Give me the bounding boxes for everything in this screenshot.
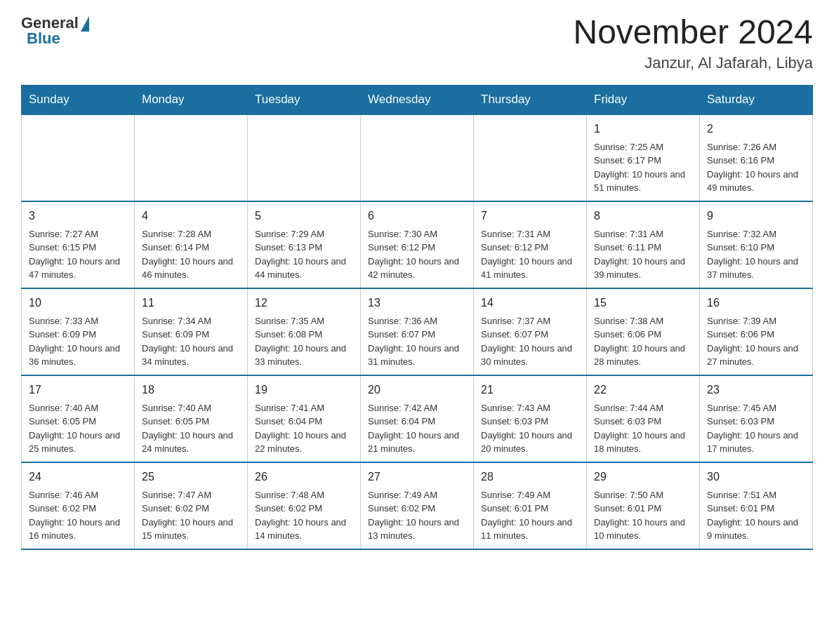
calendar-cell [361, 114, 474, 201]
sunset-text: Sunset: 6:01 PM [594, 502, 692, 516]
calendar-cell: 24Sunrise: 7:46 AMSunset: 6:02 PMDayligh… [22, 462, 135, 549]
page-header: General Blue November 2024 Janzur, Al Ja… [21, 14, 813, 72]
sunset-text: Sunset: 6:15 PM [29, 241, 127, 255]
day-number: 5 [255, 208, 353, 224]
day-number: 16 [707, 295, 805, 311]
calendar-header-monday: Monday [135, 85, 248, 114]
calendar-cell: 16Sunrise: 7:39 AMSunset: 6:06 PMDayligh… [700, 288, 813, 375]
sunset-text: Sunset: 6:12 PM [368, 241, 466, 255]
daylight-text: Daylight: 10 hours and 16 minutes. [29, 516, 127, 543]
sunrise-text: Sunrise: 7:42 AM [368, 401, 466, 415]
page-subtitle: Janzur, Al Jafarah, Libya [573, 54, 813, 72]
calendar-cell: 6Sunrise: 7:30 AMSunset: 6:12 PMDaylight… [361, 201, 474, 288]
sunset-text: Sunset: 6:02 PM [368, 502, 466, 516]
sunrise-text: Sunrise: 7:48 AM [255, 488, 353, 502]
day-number: 23 [707, 382, 805, 398]
calendar-header-row: SundayMondayTuesdayWednesdayThursdayFrid… [22, 85, 813, 114]
daylight-text: Daylight: 10 hours and 18 minutes. [594, 429, 692, 456]
sunset-text: Sunset: 6:04 PM [255, 415, 353, 429]
calendar-cell: 13Sunrise: 7:36 AMSunset: 6:07 PMDayligh… [361, 288, 474, 375]
sunrise-text: Sunrise: 7:33 AM [29, 314, 127, 328]
sunset-text: Sunset: 6:09 PM [142, 328, 240, 342]
sunrise-text: Sunrise: 7:50 AM [594, 488, 692, 502]
day-number: 25 [142, 469, 240, 485]
sunset-text: Sunset: 6:02 PM [255, 502, 353, 516]
sunset-text: Sunset: 6:06 PM [594, 328, 692, 342]
sunset-text: Sunset: 6:09 PM [29, 328, 127, 342]
daylight-text: Daylight: 10 hours and 41 minutes. [481, 255, 579, 282]
calendar-week-row: 1Sunrise: 7:25 AMSunset: 6:17 PMDaylight… [22, 114, 813, 201]
sunrise-text: Sunrise: 7:32 AM [707, 227, 805, 241]
sunset-text: Sunset: 6:10 PM [707, 241, 805, 255]
page-title: November 2024 [573, 14, 813, 51]
day-number: 21 [481, 382, 579, 398]
sunrise-text: Sunrise: 7:46 AM [29, 488, 127, 502]
daylight-text: Daylight: 10 hours and 37 minutes. [707, 255, 805, 282]
logo-blue-text: Blue [27, 29, 60, 48]
calendar-cell: 11Sunrise: 7:34 AMSunset: 6:09 PMDayligh… [135, 288, 248, 375]
sunrise-text: Sunrise: 7:40 AM [29, 401, 127, 415]
calendar-cell: 20Sunrise: 7:42 AMSunset: 6:04 PMDayligh… [361, 375, 474, 462]
sunset-text: Sunset: 6:05 PM [29, 415, 127, 429]
calendar-cell: 1Sunrise: 7:25 AMSunset: 6:17 PMDaylight… [587, 114, 700, 201]
daylight-text: Daylight: 10 hours and 34 minutes. [142, 342, 240, 369]
daylight-text: Daylight: 10 hours and 44 minutes. [255, 255, 353, 282]
daylight-text: Daylight: 10 hours and 30 minutes. [481, 342, 579, 369]
sunset-text: Sunset: 6:03 PM [481, 415, 579, 429]
sunset-text: Sunset: 6:02 PM [29, 502, 127, 516]
logo: General Blue [21, 14, 89, 48]
daylight-text: Daylight: 10 hours and 51 minutes. [594, 168, 692, 195]
daylight-text: Daylight: 10 hours and 10 minutes. [594, 516, 692, 543]
daylight-text: Daylight: 10 hours and 27 minutes. [707, 342, 805, 369]
day-number: 17 [29, 382, 127, 398]
sunrise-text: Sunrise: 7:31 AM [594, 227, 692, 241]
day-number: 11 [142, 295, 240, 311]
calendar-cell [474, 114, 587, 201]
day-number: 4 [142, 208, 240, 224]
day-number: 18 [142, 382, 240, 398]
sunset-text: Sunset: 6:17 PM [594, 154, 692, 168]
day-number: 20 [368, 382, 466, 398]
calendar-cell: 18Sunrise: 7:40 AMSunset: 6:05 PMDayligh… [135, 375, 248, 462]
logo-triangle-icon [81, 16, 89, 32]
calendar-cell [22, 114, 135, 201]
daylight-text: Daylight: 10 hours and 9 minutes. [707, 516, 805, 543]
sunrise-text: Sunrise: 7:25 AM [594, 140, 692, 154]
day-number: 13 [368, 295, 466, 311]
sunrise-text: Sunrise: 7:27 AM [29, 227, 127, 241]
day-number: 12 [255, 295, 353, 311]
sunrise-text: Sunrise: 7:49 AM [368, 488, 466, 502]
sunrise-text: Sunrise: 7:38 AM [594, 314, 692, 328]
calendar-header-friday: Friday [587, 85, 700, 114]
calendar-cell: 21Sunrise: 7:43 AMSunset: 6:03 PMDayligh… [474, 375, 587, 462]
calendar-cell: 28Sunrise: 7:49 AMSunset: 6:01 PMDayligh… [474, 462, 587, 549]
daylight-text: Daylight: 10 hours and 47 minutes. [29, 255, 127, 282]
calendar-week-row: 3Sunrise: 7:27 AMSunset: 6:15 PMDaylight… [22, 201, 813, 288]
daylight-text: Daylight: 10 hours and 28 minutes. [594, 342, 692, 369]
calendar-cell: 7Sunrise: 7:31 AMSunset: 6:12 PMDaylight… [474, 201, 587, 288]
sunset-text: Sunset: 6:07 PM [368, 328, 466, 342]
day-number: 24 [29, 469, 127, 485]
day-number: 22 [594, 382, 692, 398]
calendar-week-row: 10Sunrise: 7:33 AMSunset: 6:09 PMDayligh… [22, 288, 813, 375]
daylight-text: Daylight: 10 hours and 17 minutes. [707, 429, 805, 456]
day-number: 1 [594, 121, 692, 137]
sunrise-text: Sunrise: 7:26 AM [707, 140, 805, 154]
calendar-cell: 12Sunrise: 7:35 AMSunset: 6:08 PMDayligh… [248, 288, 361, 375]
daylight-text: Daylight: 10 hours and 46 minutes. [142, 255, 240, 282]
day-number: 30 [707, 469, 805, 485]
daylight-text: Daylight: 10 hours and 11 minutes. [481, 516, 579, 543]
calendar-cell: 25Sunrise: 7:47 AMSunset: 6:02 PMDayligh… [135, 462, 248, 549]
calendar-cell: 5Sunrise: 7:29 AMSunset: 6:13 PMDaylight… [248, 201, 361, 288]
day-number: 19 [255, 382, 353, 398]
daylight-text: Daylight: 10 hours and 36 minutes. [29, 342, 127, 369]
calendar-cell: 10Sunrise: 7:33 AMSunset: 6:09 PMDayligh… [22, 288, 135, 375]
calendar-header-thursday: Thursday [474, 85, 587, 114]
day-number: 9 [707, 208, 805, 224]
sunset-text: Sunset: 6:06 PM [707, 328, 805, 342]
calendar-cell: 14Sunrise: 7:37 AMSunset: 6:07 PMDayligh… [474, 288, 587, 375]
day-number: 8 [594, 208, 692, 224]
daylight-text: Daylight: 10 hours and 15 minutes. [142, 516, 240, 543]
sunset-text: Sunset: 6:04 PM [368, 415, 466, 429]
sunrise-text: Sunrise: 7:47 AM [142, 488, 240, 502]
